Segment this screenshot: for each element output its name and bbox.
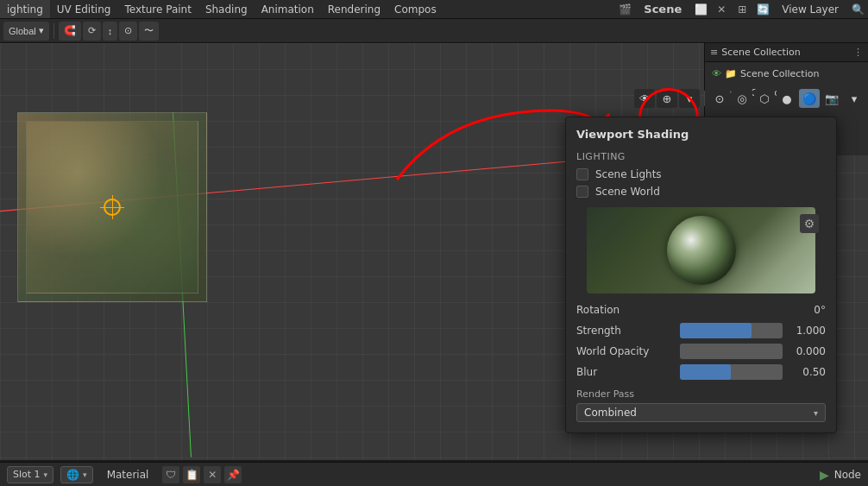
cube-face — [26, 121, 198, 293]
viewport-shading-popup: Viewport Shading Lighting Scene Lights S… — [565, 117, 837, 433]
scene-collection-label: Scene Collection — [721, 47, 800, 58]
blur-slider-fill — [680, 364, 732, 380]
blur-label: Blur — [576, 366, 680, 378]
hdri-settings-gear-icon[interactable]: ⚙ — [800, 214, 819, 233]
strength-slider[interactable] — [680, 323, 783, 338]
status-icons: 🛡 📋 ✕ 📌 — [162, 466, 242, 483]
render-pass-dropdown[interactable]: Combined ▾ — [576, 403, 826, 422]
outliner-icon: ≡ — [710, 47, 718, 58]
world-opacity-slider[interactable] — [680, 344, 783, 359]
render-pass-chevron-icon: ▾ — [814, 408, 818, 418]
scene-lights-row[interactable]: Scene Lights — [566, 166, 836, 183]
material-name-label: Material — [100, 469, 156, 481]
origin-crosshair — [104, 199, 121, 216]
copy-icon-btn[interactable]: 📋 — [183, 466, 200, 483]
menu-item-lighting[interactable]: ighting — [0, 0, 50, 18]
toolbar: Global ▾ 🧲 ⟳ ↕ ⊙ 〜 — [0, 19, 868, 43]
proportional-btn[interactable]: ⊙ — [119, 22, 137, 41]
top-menu-bar: ighting UV Editing Texture Paint Shading… — [0, 0, 868, 19]
rotation-label: Rotation — [576, 304, 783, 316]
hdri-preview — [587, 207, 815, 293]
chevron-down-icon: ▾ — [39, 25, 44, 36]
visibility-icon-btn[interactable]: 👁 — [634, 89, 655, 108]
overlay-icon-btn[interactable]: ⊙ — [709, 89, 730, 108]
world-icon: 🌐 — [66, 469, 79, 481]
rotation-row: Rotation 0° — [566, 300, 836, 319]
solid-shading-btn[interactable]: ● — [777, 89, 797, 108]
expand-icon[interactable]: ⬜ — [690, 0, 711, 19]
sync-icon[interactable]: 🔄 — [752, 0, 773, 19]
world-opacity-row[interactable]: World Opacity 0.000 — [566, 342, 836, 361]
menu-item-shading[interactable]: Shading — [198, 0, 255, 18]
menu-item-compositing[interactable]: Compos — [387, 0, 443, 18]
menu-item-texture-paint[interactable]: Texture Paint — [117, 0, 198, 18]
render-pass-section: Render Pass Combined ▾ — [566, 383, 836, 426]
material-shading-btn[interactable]: 🔵 — [799, 89, 820, 108]
menu-item-rendering[interactable]: Rendering — [321, 0, 387, 18]
status-bar: Slot 1 ▾ 🌐 ▾ Material 🛡 📋 ✕ 📌 ▶ Node — [0, 462, 868, 486]
strength-row[interactable]: Strength 1.000 — [566, 321, 836, 340]
cube-mesh — [17, 112, 207, 302]
render-shading-btn[interactable]: 📷 — [821, 89, 842, 108]
world-opacity-value: 0.000 — [783, 345, 826, 357]
close-material-icon-btn[interactable]: ✕ — [204, 466, 221, 483]
strength-value: 1.000 — [783, 325, 826, 337]
blur-value: 0.50 — [783, 366, 826, 378]
separator-1 — [53, 23, 54, 39]
collection-item[interactable]: 👁 📁 Scene Collection — [708, 64, 865, 83]
rotation-value: 0° — [783, 304, 826, 316]
hdri-sphere — [667, 216, 736, 285]
wave-btn[interactable]: 〜 — [139, 22, 159, 41]
popup-title: Viewport Shading — [566, 124, 836, 148]
search-icon[interactable]: 🔍 — [847, 0, 868, 19]
blur-slider[interactable] — [680, 364, 783, 380]
gizmo-dropdown-btn[interactable]: ▾ — [679, 89, 700, 108]
xray-icon-btn[interactable]: ◎ — [732, 89, 752, 108]
node-triangle-icon: ▶ — [820, 468, 829, 482]
collection-icon: 📁 — [725, 68, 737, 79]
scene-world-row[interactable]: Scene World — [566, 183, 836, 200]
menu-item-uv-editing[interactable]: UV Editing — [50, 0, 118, 18]
strength-slider-text — [680, 323, 783, 338]
scene-world-label: Scene World — [595, 186, 660, 198]
close-icon[interactable]: ✕ — [711, 0, 732, 19]
world-chevron-icon: ▾ — [83, 470, 87, 479]
scene-label: Scene — [635, 3, 690, 16]
render-icon[interactable]: 🎬 — [614, 0, 635, 19]
shield-icon-btn[interactable]: 🛡 — [162, 466, 179, 483]
scene-lights-checkbox[interactable] — [576, 168, 588, 180]
slot-text: Slot 1 — [13, 469, 41, 480]
transform-btn[interactable]: ↕ — [103, 22, 118, 41]
view-layer-label: View Layer — [773, 3, 847, 16]
collection-item-label: Scene Collection — [740, 68, 819, 79]
node-section: ▶ Node — [820, 468, 861, 482]
world-opacity-label: World Opacity — [576, 345, 680, 357]
render-pass-label: Render Pass — [576, 388, 826, 400]
world-dropdown[interactable]: 🌐 ▾ — [60, 466, 93, 483]
menu-item-animation[interactable]: Animation — [255, 0, 321, 18]
outliner-header: ≡ Scene Collection ⋮ — [705, 43, 868, 62]
lighting-section-label: Lighting — [566, 148, 836, 166]
strength-label: Strength — [576, 325, 680, 337]
magnet-btn[interactable]: 🧲 — [59, 22, 81, 41]
viewport-header-icons: 👁 ⊕ ▾ ⊙ ◎ ⬡ ● 🔵 📷 ▾ — [0, 86, 868, 110]
blur-row[interactable]: Blur 0.50 — [566, 363, 836, 382]
pin-icon-btn[interactable]: 📌 — [224, 466, 242, 483]
gizmo-icon-btn[interactable]: ⊕ — [657, 89, 677, 108]
scene-world-checkbox[interactable] — [576, 186, 588, 198]
shading-dropdown-btn[interactable]: ▾ — [844, 89, 865, 108]
wireframe-shading-btn[interactable]: ⬡ — [754, 89, 775, 108]
vp-sep-1 — [704, 91, 705, 106]
slot-dropdown[interactable]: Slot 1 ▾ — [7, 466, 53, 483]
eye-icon: 👁 — [712, 68, 721, 79]
scene-lights-label: Scene Lights — [595, 168, 662, 180]
render-pass-selected: Combined — [584, 407, 814, 419]
slot-chevron-icon: ▾ — [44, 470, 48, 479]
layout-icon[interactable]: ⊞ — [732, 0, 752, 19]
cube-area — [17, 112, 224, 319]
node-label: Node — [834, 469, 861, 481]
filter-icon[interactable]: ⋮ — [853, 47, 863, 58]
global-dropdown[interactable]: Global ▾ — [3, 22, 49, 41]
snap-btn[interactable]: ⟳ — [83, 22, 101, 41]
viewport[interactable]: 👁 ⊕ ▾ ⊙ ◎ ⬡ ● 🔵 📷 ▾ Viewport Shading Lig… — [0, 43, 868, 460]
